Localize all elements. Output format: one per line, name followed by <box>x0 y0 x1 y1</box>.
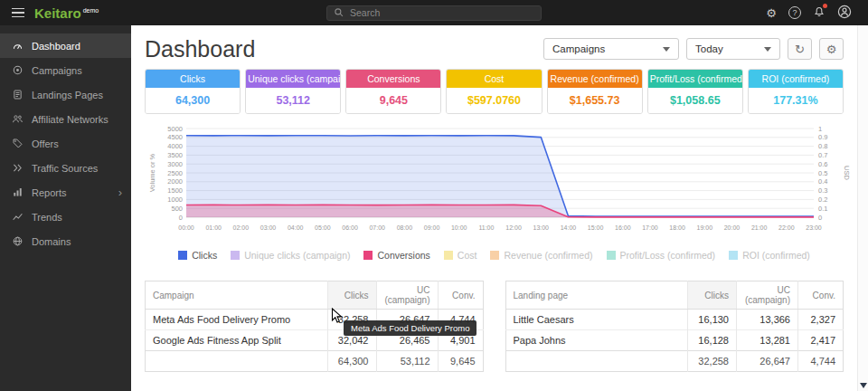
svg-text:13:00: 13:00 <box>533 224 549 231</box>
svg-text:1: 1 <box>818 125 822 133</box>
svg-text:00:00: 00:00 <box>178 224 194 231</box>
metric-value: 53,112 <box>246 88 340 113</box>
column-header-clicks[interactable]: Clicks <box>327 281 376 310</box>
chevron-right-icon: › <box>118 186 122 199</box>
dashboard-settings-button[interactable]: ⚙ <box>819 38 844 60</box>
metric-card-conversions: Conversions 9,645 <box>345 69 441 114</box>
sidebar-item-trends[interactable]: Trends <box>0 205 131 229</box>
column-header-campaign[interactable]: Campaign <box>146 281 328 310</box>
column-header-uc[interactable]: UC (campaign) <box>376 281 438 310</box>
metric-card-unique-clicks: Unique clicks (campaign) 53,112 <box>245 69 341 114</box>
campaign-name[interactable]: Meta Ads Food Delivery Promo <box>146 310 328 330</box>
notification-dot <box>823 4 827 8</box>
sidebar-item-offers[interactable]: Offers <box>0 131 131 156</box>
chevron-down-icon <box>663 47 670 52</box>
svg-text:12:00: 12:00 <box>505 224 522 231</box>
column-header-uc[interactable]: UC (campaign) <box>737 281 798 310</box>
svg-text:USD: USD <box>843 166 851 180</box>
svg-text:21:00: 21:00 <box>751 224 768 231</box>
svg-text:06:00: 06:00 <box>342 224 358 231</box>
menu-toggle-icon[interactable] <box>0 8 24 18</box>
campaigns-filter-select[interactable]: Campaigns <box>543 38 679 60</box>
landing-name[interactable]: Little Caesars <box>505 310 688 330</box>
svg-text:18:00: 18:00 <box>669 224 685 231</box>
metric-label: Cost <box>447 70 541 88</box>
sidebar-item-dashboard[interactable]: Dashboard <box>0 33 131 58</box>
sidebar-item-label: Campaigns <box>32 65 82 76</box>
svg-text:0.7: 0.7 <box>818 151 827 159</box>
legend-item-cost[interactable]: Cost <box>444 250 477 261</box>
metric-label: Revenue (confirmed) <box>548 70 642 88</box>
legend-item-conversions[interactable]: Conversions <box>363 250 429 261</box>
metric-card-cost: Cost $597.0760 <box>446 69 542 114</box>
table-row[interactable]: Little Caesars 16,130 13,366 2,327 <box>505 310 844 330</box>
refresh-icon: ↻ <box>795 43 805 56</box>
sidebar-item-landings-pages[interactable]: Landings Pages <box>0 82 131 107</box>
svg-text:11:00: 11:00 <box>478 224 494 231</box>
column-header-landing-page[interactable]: Landing page <box>505 281 688 310</box>
metric-value: $597.0760 <box>447 88 541 113</box>
mouse-cursor <box>331 308 344 324</box>
help-icon[interactable]: ? <box>788 6 801 19</box>
metric-value: 64,300 <box>146 88 240 113</box>
svg-text:0.2: 0.2 <box>818 196 827 204</box>
notifications-bell-icon[interactable] <box>813 5 826 21</box>
sidebar-item-domains[interactable]: Domains <box>0 229 131 253</box>
totals-row: 64,300 53,112 9,645 <box>146 351 484 372</box>
sidebar-item-label: Reports <box>32 187 67 198</box>
metric-card-revenue: Revenue (confirmed) $1,655.73 <box>547 69 643 114</box>
sidebar-item-label: Landings Pages <box>32 90 103 100</box>
settings-gear-icon[interactable]: ⚙ <box>766 7 777 19</box>
chart-legend: Clicks Unique clicks (campaign) Conversi… <box>145 250 844 261</box>
date-range-select[interactable]: Today <box>686 38 780 60</box>
legend-swatch <box>444 251 453 260</box>
sidebar-item-campaigns[interactable]: Campaigns <box>0 58 131 82</box>
traffic-chart[interactable]: 005000.110000.215000.320000.425000.53000… <box>145 123 844 243</box>
chevron-down-icon <box>764 47 771 52</box>
legend-swatch <box>178 251 187 260</box>
column-header-conv[interactable]: Conv. <box>438 281 483 310</box>
global-search[interactable] <box>326 5 542 21</box>
sidebar-item-label: Traffic Sources <box>32 163 98 174</box>
landing-name[interactable]: Papa Johns <box>505 330 688 351</box>
legend-item-clicks[interactable]: Clicks <box>178 250 217 261</box>
date-range-value: Today <box>695 43 723 54</box>
svg-text:1000: 1000 <box>167 196 183 204</box>
refresh-button[interactable]: ↻ <box>788 38 812 60</box>
svg-text:4000: 4000 <box>167 142 183 150</box>
sidebar-item-label: Trends <box>32 212 62 223</box>
sidebar-item-affiliate-networks[interactable]: Affiliate Networks <box>0 107 131 131</box>
svg-text:10:00: 10:00 <box>451 224 467 231</box>
column-header-conv[interactable]: Conv. <box>798 281 844 310</box>
column-header-clicks[interactable]: Clicks <box>688 281 737 310</box>
svg-text:3500: 3500 <box>167 151 183 159</box>
svg-text:4500: 4500 <box>167 133 183 141</box>
svg-text:14:00: 14:00 <box>561 224 577 231</box>
metric-label: ROI (confirmed) <box>749 70 843 88</box>
svg-text:08:00: 08:00 <box>397 224 413 231</box>
landing-pages-table: Landing page Clicks UC (campaign) Conv. … <box>505 281 844 372</box>
svg-text:0: 0 <box>818 214 822 222</box>
legend-item-revenue[interactable]: Revenue (confirmed) <box>490 250 592 261</box>
legend-item-unique-clicks[interactable]: Unique clicks (campaign) <box>231 250 350 261</box>
legend-swatch <box>231 251 240 260</box>
campaign-name[interactable]: Google Ads Fitness App Split <box>146 330 328 351</box>
main-content: Dashboard Campaigns Today ↻ ⚙ Clicks 64,… <box>131 25 857 391</box>
trends-line-icon <box>12 211 24 223</box>
row-tooltip: Meta Ads Food Delivery Promo <box>344 320 476 336</box>
search-input[interactable] <box>350 7 534 18</box>
svg-text:0.4: 0.4 <box>818 177 827 186</box>
scrollbar[interactable] <box>857 25 868 391</box>
offers-tag-icon <box>12 138 24 149</box>
table-row[interactable]: Papa Johns 16,128 13,281 2,417 <box>505 330 844 351</box>
legend-item-roi[interactable]: ROI (confirmed) <box>729 250 810 261</box>
sidebar-item-reports[interactable]: Reports › <box>0 180 131 205</box>
legend-item-profit-loss[interactable]: Profit/Loss (confirmed) <box>607 250 716 261</box>
scroll-down-arrow[interactable] <box>860 383 867 388</box>
user-avatar-icon[interactable] <box>837 5 852 21</box>
sidebar-item-traffic-sources[interactable]: Traffic Sources <box>0 156 131 180</box>
metric-card-profit-loss: Profit/Loss (confirmed) $1,058.65 <box>647 69 743 114</box>
svg-text:0: 0 <box>179 214 183 222</box>
svg-text:0.3: 0.3 <box>818 186 827 195</box>
svg-text:0.9: 0.9 <box>818 133 827 141</box>
